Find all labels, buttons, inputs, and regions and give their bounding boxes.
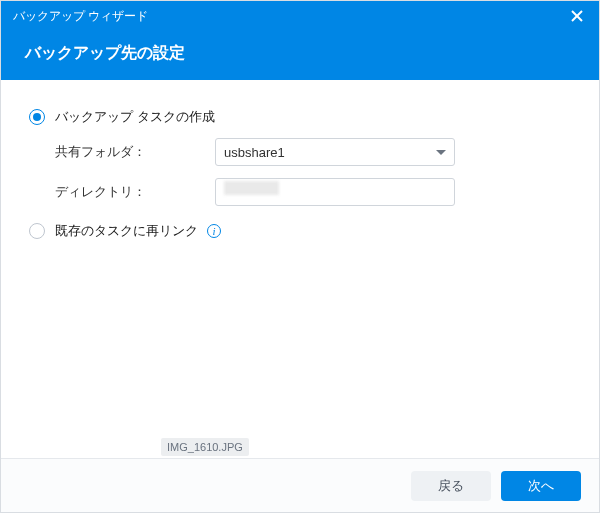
field-directory: ディレクトリ： (55, 178, 571, 206)
image-watermark: IMG_1610.JPG (161, 438, 249, 456)
window-title: バックアップ ウィザード (13, 8, 567, 25)
back-button[interactable]: 戻る (411, 471, 491, 501)
shared-folder-label: 共有フォルダ： (55, 143, 215, 161)
option-relink-task[interactable]: 既存のタスクに再リンク i (29, 222, 571, 240)
create-task-fields: 共有フォルダ： usbshare1 ディレクトリ： (55, 138, 571, 206)
next-button-label: 次へ (528, 477, 554, 495)
watermark-text: IMG_1610.JPG (167, 441, 243, 453)
back-button-label: 戻る (438, 477, 464, 495)
wizard-body: バックアップ タスクの作成 共有フォルダ： usbshare1 ディレクトリ： … (1, 80, 599, 458)
next-button[interactable]: 次へ (501, 471, 581, 501)
titlebar: バックアップ ウィザード (1, 1, 599, 31)
directory-value-redacted (224, 181, 279, 195)
radio-relink-task[interactable] (29, 223, 45, 239)
close-button[interactable] (567, 6, 587, 26)
shared-folder-select[interactable]: usbshare1 (215, 138, 455, 166)
option-relink-label: 既存のタスクに再リンク (55, 222, 198, 240)
close-icon (571, 10, 583, 22)
chevron-down-icon (436, 150, 446, 155)
info-icon[interactable]: i (206, 223, 222, 239)
field-shared-folder: 共有フォルダ： usbshare1 (55, 138, 571, 166)
wizard-footer: 戻る 次へ (1, 458, 599, 512)
svg-text:i: i (212, 225, 215, 237)
option-create-task[interactable]: バックアップ タスクの作成 (29, 108, 571, 126)
wizard-header: バックアップ先の設定 (1, 31, 599, 80)
radio-create-task[interactable] (29, 109, 45, 125)
page-heading: バックアップ先の設定 (25, 44, 185, 61)
option-create-label: バックアップ タスクの作成 (55, 108, 215, 126)
wizard-window: バックアップ ウィザード バックアップ先の設定 バックアップ タスクの作成 共有… (0, 0, 600, 513)
shared-folder-value: usbshare1 (224, 145, 436, 160)
directory-label: ディレクトリ： (55, 183, 215, 201)
directory-input[interactable] (215, 178, 455, 206)
